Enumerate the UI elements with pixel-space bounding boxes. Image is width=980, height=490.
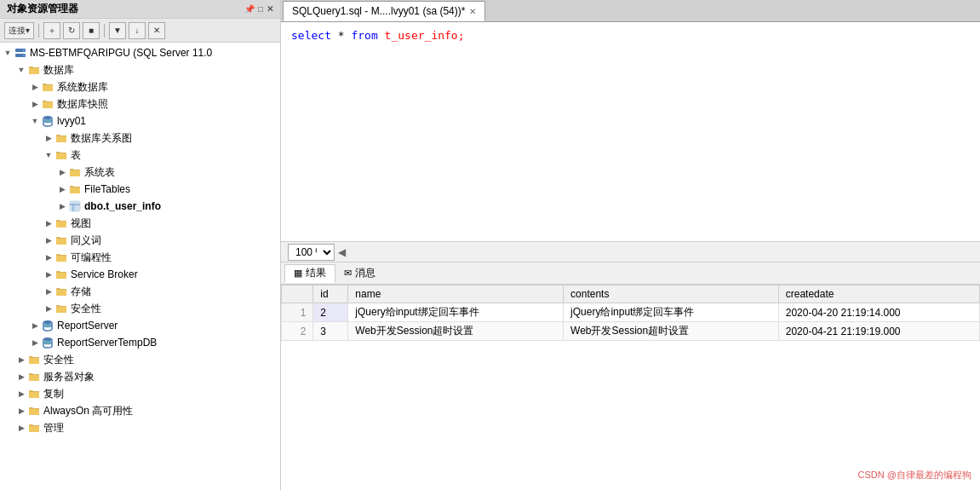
tree-toggle-security[interactable]: ▶ — [43, 303, 54, 314]
row-num-1: 2 — [282, 322, 313, 341]
tree-item-report-server-temp[interactable]: ▶ReportServerTempDB — [0, 334, 280, 351]
tree-item-management[interactable]: ▶管理 — [0, 419, 280, 436]
filter-button[interactable]: ▼ — [109, 22, 126, 39]
tree-label-replication: 复制 — [43, 387, 64, 401]
row-id-1: 3 — [313, 322, 348, 341]
stop-button[interactable]: ■ — [83, 22, 100, 39]
tree-toggle-dbo-user-info[interactable]: ▶ — [56, 200, 68, 212]
result-tab-results[interactable]: ▦结果 — [284, 264, 335, 283]
tree-toggle-tables[interactable]: ▼ — [43, 149, 54, 161]
svg-point-11 — [43, 337, 52, 341]
tree-toggle-filetables[interactable]: ▶ — [56, 183, 68, 195]
tree-icon-folder — [68, 165, 82, 179]
tree-toggle-server[interactable]: ▼ — [2, 47, 14, 59]
close-panel-icon[interactable]: ✕ — [266, 4, 273, 14]
tree-item-security2[interactable]: ▶安全性 — [0, 351, 280, 368]
tree-item-databases[interactable]: ▼数据库 — [0, 61, 280, 78]
tree-toggle-report-server-temp[interactable]: ▶ — [29, 337, 41, 349]
tree-item-db-diagram[interactable]: ▶数据库关系图 — [0, 130, 280, 147]
result-tab-messages[interactable]: ✉消息 — [335, 264, 384, 283]
tree-toggle-service-broker[interactable]: ▶ — [43, 268, 54, 280]
tree-item-filetables[interactable]: ▶FileTables — [0, 181, 280, 198]
tree-toggle-system-db[interactable]: ▶ — [29, 81, 41, 93]
tree-item-service-broker[interactable]: ▶Service Broker — [0, 266, 280, 283]
tree-toggle-sys-tables[interactable]: ▶ — [56, 166, 68, 178]
tree-item-report-server[interactable]: ▶ReportServer — [0, 317, 280, 334]
col-header-name: name — [348, 285, 564, 303]
tree-icon-server — [14, 46, 27, 60]
tree-toggle-db-snapshot[interactable]: ▶ — [29, 98, 41, 110]
tree-item-views[interactable]: ▶视图 — [0, 215, 280, 232]
sql-star: * — [338, 29, 352, 42]
tree-label-synonyms: 同义词 — [71, 233, 101, 248]
add-button[interactable]: ＋ — [43, 22, 60, 39]
row-id-0: 2 — [313, 303, 348, 322]
tree-icon-db — [41, 114, 54, 128]
window-icon[interactable]: □ — [258, 4, 263, 14]
tree-toggle-synonyms[interactable]: ▶ — [43, 234, 54, 246]
tree-toggle-storage[interactable]: ▶ — [43, 285, 54, 297]
sql-editor[interactable]: select * from t_user_info; — [281, 22, 980, 242]
tree-item-security[interactable]: ▶安全性 — [0, 300, 280, 317]
tree-toggle-server-objects[interactable]: ▶ — [15, 371, 27, 383]
tree-label-alwayson: AlwaysOn 高可用性 — [43, 404, 133, 418]
svg-point-9 — [43, 320, 52, 324]
tree-label-service-broker: Service Broker — [71, 268, 138, 280]
object-explorer-panel: 对象资源管理器 📌 □ ✕ 连接▾ ＋ ↻ ■ ▼ ↓ ✕ ▼MS-EBTMFQ… — [0, 0, 281, 490]
pin-icon[interactable]: 📌 — [244, 4, 255, 14]
result-tab-icon-results: ▦ — [294, 268, 302, 279]
tree-label-lvyy01: lvyy01 — [57, 115, 86, 127]
tree-icon-folder — [41, 80, 54, 94]
scroll-left-icon[interactable]: ◀ — [338, 246, 346, 258]
tree-toggle-databases[interactable]: ▼ — [15, 64, 27, 76]
panel-title: 对象资源管理器 — [7, 2, 78, 16]
tree-toggle-db-diagram[interactable]: ▶ — [43, 132, 54, 144]
sync-button[interactable]: ↓ — [129, 22, 146, 39]
tree-item-sys-tables[interactable]: ▶系统表 — [0, 164, 280, 181]
col-header- — [282, 285, 313, 303]
tree-toggle-alwayson[interactable]: ▶ — [15, 405, 27, 417]
tree-toggle-replication[interactable]: ▶ — [15, 388, 27, 400]
tree-item-storage[interactable]: ▶存储 — [0, 283, 280, 300]
tree-toggle-views[interactable]: ▶ — [43, 217, 54, 229]
tree-label-views: 视图 — [71, 216, 91, 231]
tree-item-lvyy01[interactable]: ▼lvyy01 — [0, 112, 280, 130]
tree-toggle-management[interactable]: ▶ — [15, 422, 27, 434]
tree-toggle-security2[interactable]: ▶ — [15, 354, 27, 366]
delete-button[interactable]: ✕ — [148, 22, 165, 39]
result-tab-label-messages: 消息 — [355, 266, 375, 280]
tree-toggle-lvyy01[interactable]: ▼ — [29, 115, 41, 127]
query-tab[interactable]: SQLQuery1.sql - M....lvyy01 (sa (54))* ✕ — [283, 1, 485, 21]
zoom-selector[interactable]: 100 % — [288, 244, 335, 261]
tree-item-server-objects[interactable]: ▶服务器对象 — [0, 368, 280, 385]
tab-close-button[interactable]: ✕ — [469, 7, 476, 16]
tree-label-management: 管理 — [43, 421, 64, 435]
tree-item-programmability[interactable]: ▶可编程性 — [0, 249, 280, 266]
refresh-button[interactable]: ↻ — [63, 22, 80, 39]
tree-label-server: MS-EBTMFQARIPGU (SQL Server 11.0 — [30, 47, 212, 59]
result-tabs: ▦结果✉消息 — [281, 262, 980, 285]
tree-icon-folder — [54, 302, 68, 315]
tree-toggle-programmability[interactable]: ▶ — [43, 251, 54, 263]
connect-button[interactable]: 连接▾ — [4, 22, 34, 39]
sql-keyword-from: from — [351, 29, 377, 42]
svg-point-10 — [43, 324, 52, 327]
tree-item-synonyms[interactable]: ▶同义词 — [0, 232, 280, 249]
tree-label-system-db: 系统数据库 — [57, 80, 108, 95]
tree-item-alwayson[interactable]: ▶AlwaysOn 高可用性 — [0, 402, 280, 419]
svg-point-5 — [43, 119, 52, 123]
tree-toggle-report-server[interactable]: ▶ — [29, 320, 41, 331]
explorer-toolbar: 连接▾ ＋ ↻ ■ ▼ ↓ ✕ — [0, 19, 280, 43]
tree-label-report-server: ReportServer — [57, 320, 117, 331]
tree-item-dbo-user-info[interactable]: ▶dbo.t_user_info — [0, 198, 280, 215]
tree-item-system-db[interactable]: ▶系统数据库 — [0, 78, 280, 95]
tree-label-db-snapshot: 数据库快照 — [57, 97, 108, 112]
tree-item-tables[interactable]: ▼表 — [0, 147, 280, 164]
svg-point-12 — [43, 341, 52, 344]
tree-item-server[interactable]: ▼MS-EBTMFQARIPGU (SQL Server 11.0 — [0, 44, 280, 61]
sql-table-name: t_user_info; — [385, 29, 465, 42]
tree-item-db-snapshot[interactable]: ▶数据库快照 — [0, 95, 280, 112]
table-row: 12jQuery给input绑定回车事件jQuery给input绑定回车事件20… — [282, 303, 980, 322]
tree-item-replication[interactable]: ▶复制 — [0, 385, 280, 402]
tree-container: ▼MS-EBTMFQARIPGU (SQL Server 11.0▼数据库▶系统… — [0, 43, 280, 490]
